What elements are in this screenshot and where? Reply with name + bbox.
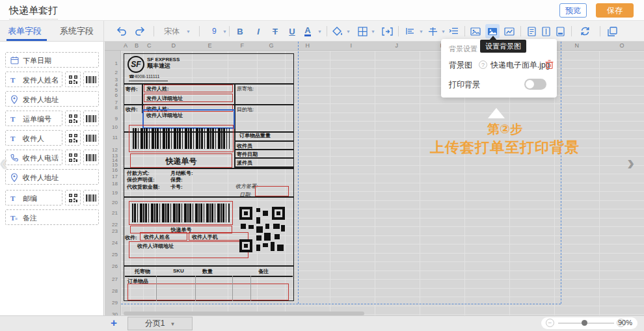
- field-barcode-icon[interactable]: [83, 130, 99, 146]
- sign-date-box[interactable]: [255, 186, 289, 196]
- row-label-17[interactable]: 17: [112, 174, 118, 179]
- column-label-G[interactable]: G: [269, 42, 274, 49]
- column-label-I[interactable]: I: [351, 42, 353, 49]
- row-label-27[interactable]: 27: [112, 276, 118, 282]
- align-horizontal-icon[interactable]: [403, 24, 418, 38]
- duplicate-icon[interactable]: [605, 24, 619, 38]
- row-label-16[interactable]: 16: [112, 167, 118, 173]
- redo-icon[interactable]: [133, 24, 147, 38]
- delete-background-icon[interactable]: [545, 60, 554, 70]
- row-label-24[interactable]: 24: [112, 240, 118, 246]
- dropdown-caret-icon[interactable]: ▼: [419, 29, 423, 34]
- row-label-18[interactable]: 18: [112, 181, 118, 187]
- dropdown-caret-icon[interactable]: ▼: [346, 29, 351, 34]
- row-label-1[interactable]: 1: [115, 60, 118, 66]
- tab-system-fields[interactable]: 系统字段: [60, 21, 94, 42]
- fill-color-icon[interactable]: [330, 24, 345, 38]
- image-watermark-icon[interactable]: [502, 24, 517, 38]
- print-background-toggle[interactable]: [524, 79, 546, 90]
- borders-icon[interactable]: [355, 24, 369, 38]
- page-split-vertical-icon[interactable]: [539, 24, 553, 38]
- column-label-O[interactable]: O: [620, 42, 624, 49]
- column-label-A[interactable]: A: [124, 42, 127, 49]
- field-item-2[interactable]: 发件人地址: [5, 91, 99, 107]
- dropdown-caret-icon[interactable]: ▼: [186, 29, 191, 34]
- horizontal-scrollbar[interactable]: [124, 311, 364, 315]
- save-button[interactable]: 保存: [596, 3, 634, 18]
- recv2-name-box[interactable]: 收件人姓名: [140, 232, 187, 241]
- row-label-20[interactable]: 20: [112, 200, 118, 205]
- row-label-21[interactable]: 21: [112, 210, 118, 216]
- column-label-N[interactable]: N: [575, 42, 580, 49]
- background-file-link[interactable]: 快递电子面单.jpg: [490, 60, 550, 71]
- column-label-H[interactable]: H: [306, 42, 310, 49]
- help-icon[interactable]: ?: [479, 60, 487, 69]
- column-label-D[interactable]: D: [172, 42, 176, 49]
- zoom-slider-thumb[interactable]: [582, 320, 587, 326]
- refresh-icon[interactable]: [578, 24, 592, 38]
- dropdown-caret-icon[interactable]: ▼: [441, 29, 446, 34]
- page-setup-icon[interactable]: [524, 24, 539, 38]
- page-footer-icon[interactable]: [553, 24, 567, 38]
- column-label-C[interactable]: C: [147, 42, 152, 49]
- field-qr-icon[interactable]: [65, 190, 81, 205]
- insert-image-icon[interactable]: [468, 24, 483, 38]
- column-label-B[interactable]: B: [135, 42, 139, 49]
- font-size-select[interactable]: 9: [212, 24, 217, 38]
- order-items-box[interactable]: [127, 284, 289, 300]
- add-page-button[interactable]: +: [111, 317, 117, 330]
- row-label-26[interactable]: 26: [112, 263, 118, 269]
- field-item-0[interactable]: 下单日期: [5, 52, 99, 68]
- page-tab[interactable]: 分页1▼: [127, 317, 193, 330]
- field-item-6[interactable]: 收件人地址: [5, 169, 99, 185]
- indent-icon[interactable]: [446, 24, 461, 38]
- italic-icon[interactable]: I: [251, 24, 265, 38]
- row-label-8[interactable]: 8: [115, 105, 118, 111]
- field-barcode-icon[interactable]: [83, 72, 99, 87]
- field-item-3[interactable]: T 运单编号: [5, 111, 62, 126]
- panel-collapse-chevron-left[interactable]: ‹: [0, 150, 7, 175]
- row-label-6[interactable]: 6: [115, 92, 118, 98]
- column-label-J[interactable]: J: [396, 42, 399, 49]
- field-qr-icon[interactable]: [65, 150, 81, 165]
- field-barcode-icon[interactable]: [83, 190, 99, 205]
- row-label-25[interactable]: 25: [112, 252, 118, 258]
- strikethrough-icon[interactable]: T: [268, 24, 282, 38]
- dropdown-caret-icon[interactable]: ▼: [222, 29, 227, 34]
- row-label-28[interactable]: 28: [112, 288, 118, 294]
- column-label-E[interactable]: E: [208, 42, 212, 49]
- zoom-out-button[interactable]: −: [546, 319, 554, 327]
- panel-expand-chevron-right[interactable]: ›: [627, 150, 634, 175]
- column-header[interactable]: ABCDEFGHIJKLMNO: [105, 42, 644, 51]
- field-qr-icon[interactable]: [65, 72, 81, 87]
- field-item-7[interactable]: T 邮编: [5, 190, 62, 205]
- recv2-addr-box[interactable]: 收件人详细地址: [129, 241, 248, 258]
- row-label-10[interactable]: 10: [112, 124, 118, 130]
- row-label-19[interactable]: 19: [112, 190, 118, 196]
- align-vertical-icon[interactable]: [425, 24, 440, 38]
- sender-addr-field[interactable]: 发件人详细地址: [144, 94, 233, 102]
- field-item-1[interactable]: T 发件人姓名: [5, 72, 62, 87]
- column-label-F[interactable]: F: [241, 42, 245, 49]
- bold-icon[interactable]: B: [233, 24, 247, 38]
- field-item-5[interactable]: 收件人电话: [5, 150, 62, 165]
- row-label-11[interactable]: 11: [113, 135, 118, 140]
- dropdown-caret-icon[interactable]: ▼: [371, 29, 375, 34]
- underline-icon[interactable]: U: [285, 24, 299, 38]
- row-label-2[interactable]: 2: [115, 70, 118, 75]
- preview-button[interactable]: 预览: [559, 3, 587, 18]
- merge-cells-icon[interactable]: [380, 24, 394, 38]
- field-qr-icon[interactable]: [65, 130, 81, 146]
- undo-icon[interactable]: [114, 24, 129, 38]
- row-label-12[interactable]: 12: [112, 147, 118, 153]
- row-label-9[interactable]: 9: [115, 116, 118, 122]
- sender-name-field[interactable]: 发件人姓:: [144, 85, 233, 92]
- font-family-select[interactable]: 宋体: [164, 24, 180, 38]
- field-qr-icon[interactable]: [65, 111, 81, 126]
- row-label-22[interactable]: 22: [112, 222, 118, 228]
- row-label-23[interactable]: 23: [112, 228, 118, 234]
- field-item-8[interactable]: T≡ 备注: [5, 209, 99, 225]
- font-color-icon[interactable]: A: [301, 24, 315, 38]
- field-barcode-icon[interactable]: [83, 150, 99, 165]
- field-item-4[interactable]: T 收件人: [5, 130, 62, 146]
